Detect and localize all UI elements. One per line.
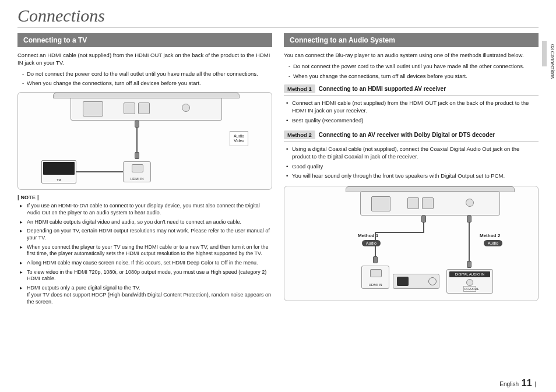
list-item: HDMI outputs only a pure digital signal … (20, 285, 272, 305)
tv-connection-diagram: HDMI IN TV Audio Video (17, 92, 272, 190)
list-item: Do not connect the power cord to the wal… (288, 63, 539, 70)
footer-page-number: 11 (522, 378, 532, 388)
method2-diagram-label: Method 2 (480, 233, 500, 238)
notes-list: If you use an HDMI-to-DVI cable to conne… (17, 203, 272, 305)
method1-bullets: Connect an HDMI cable (not supplied) fro… (284, 100, 539, 124)
coaxial-label: COAXIAL (463, 286, 476, 292)
list-item: Good quality (286, 163, 539, 171)
tv-dash-list: Do not connect the power cord to the wal… (17, 70, 272, 88)
tv-intro: Connect an HDMI cable (not supplied) fro… (17, 52, 272, 67)
tv-label: TV (42, 178, 76, 182)
list-item: Do not connect the power cord to the wal… (22, 70, 272, 78)
list-item: Depending on your TV, certain HDMI outpu… (20, 228, 272, 241)
audio-dash-list: Do not connect the power cord to the wal… (284, 63, 539, 80)
list-item: To view video in the HDMI 720p, 1080i, o… (20, 269, 272, 282)
audio-pill-1: Audio (362, 240, 381, 246)
method1-diagram-label: Method 1 (358, 233, 378, 238)
list-item: When you change the connections, turn of… (288, 73, 539, 80)
page-title: Connections (17, 6, 539, 27)
section-header-tv: Connecting to a TV (17, 33, 272, 47)
method2-header: Method 2 Connecting to an AV receiver wi… (284, 130, 539, 142)
hdmi-in-label-2: HDMI IN (362, 283, 389, 287)
audio-video-label: Audio Video (230, 131, 248, 146)
list-item: When you connect the player to your TV u… (20, 244, 272, 257)
list-item: When you change the connections, turn of… (22, 80, 272, 87)
method1-title: Connecting to an HDMI supported AV recei… (319, 86, 446, 92)
side-index-bar (542, 41, 547, 66)
list-item: If you use an HDMI-to-DVI cable to conne… (20, 203, 272, 216)
audio-connection-diagram: Method 1 Audio Method 2 Audio HDMI IN DI… (284, 186, 539, 301)
list-item: Connect an HDMI cable (not supplied) fro… (286, 100, 539, 115)
list-item: Using a digital Coaxial cable (not suppl… (286, 146, 539, 161)
audio-pill-2: Audio (484, 240, 502, 246)
right-column: Connecting to an Audio System You can co… (284, 33, 539, 308)
method2-bullets: Using a digital Coaxial cable (not suppl… (284, 146, 539, 180)
hdmi-in-label: HDMI IN (124, 177, 150, 181)
list-item: A long HDMI cable may cause screen noise… (20, 260, 272, 267)
list-item: An HDMI cable outputs digital video and … (20, 219, 272, 226)
footer-lang: English (499, 381, 519, 387)
footer-bar: | (534, 381, 536, 387)
method1-badge: Method 1 (284, 84, 315, 93)
side-tab-label: 03 Connections (550, 41, 555, 82)
note-header: | NOTE | (17, 195, 272, 200)
audio-intro: You can connect the Blu-ray player to an… (284, 52, 539, 59)
list-item: You will hear sound only through the fro… (286, 172, 539, 180)
page-footer: English 11 | (499, 378, 536, 389)
method2-badge: Method 2 (284, 130, 315, 139)
method2-title: Connecting to an AV receiver with Dolby … (319, 132, 495, 138)
method1-header: Method 1 Connecting to an HDMI supported… (284, 84, 539, 96)
left-column: Connecting to a TV Connect an HDMI cable… (17, 33, 272, 308)
list-item: Best quality (Recommended) (286, 117, 539, 125)
section-header-audio: Connecting to an Audio System (284, 33, 539, 47)
digital-audio-in-label: DIGITAL AUDIO IN (449, 271, 490, 277)
